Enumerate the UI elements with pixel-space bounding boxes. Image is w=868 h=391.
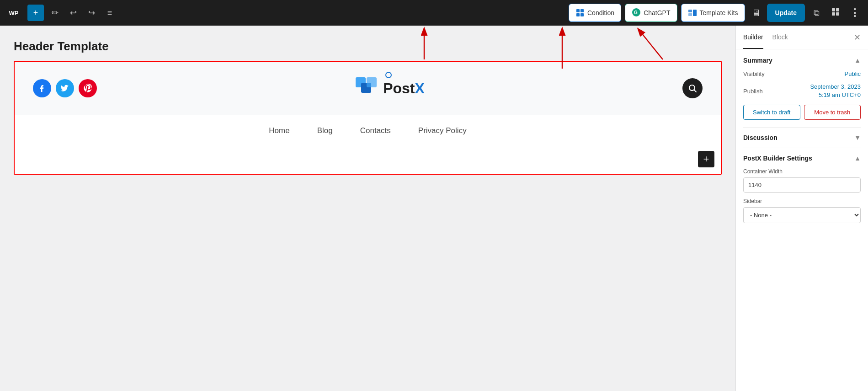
add-block-button[interactable]: + xyxy=(698,151,714,167)
discussion-section-header: Discussion ▼ xyxy=(743,134,861,141)
tab-block[interactable]: Block xyxy=(772,26,788,49)
svg-rect-12 xyxy=(688,13,692,16)
plus-icon: + xyxy=(33,8,38,18)
svg-rect-16 xyxy=(832,12,835,16)
redo-button[interactable]: ↪ xyxy=(84,5,99,20)
pencil-button[interactable]: ✏ xyxy=(48,5,62,20)
svg-rect-11 xyxy=(688,10,692,12)
topbar: WP + ✏ ↩ ↪ ≡ Condition xyxy=(0,0,868,26)
sidebar-field: Sidebar - None - Left Sidebar Right Side… xyxy=(743,198,861,223)
publish-value-container: September 3, 2023 5:19 am UTC+0 xyxy=(810,83,861,99)
builder-settings-chevron-icon[interactable]: ▲ xyxy=(854,155,861,162)
discussion-chevron-icon[interactable]: ▼ xyxy=(854,134,861,141)
main-layout: Header Template xyxy=(0,26,868,391)
visibility-value[interactable]: Public xyxy=(845,70,861,77)
publish-time[interactable]: 5:19 am UTC+0 xyxy=(810,91,861,99)
visibility-label: Visibility xyxy=(743,70,765,77)
canvas-header-section: PostX xyxy=(15,62,721,115)
canvas-nav: Home Blog Contacts Privacy Policy xyxy=(15,115,721,146)
search-icon xyxy=(688,84,697,93)
svg-rect-8 xyxy=(580,13,584,16)
page-title: Header Template xyxy=(14,39,722,54)
panel-header: Builder Block ✕ xyxy=(736,26,868,49)
postx-logo-icon xyxy=(355,76,378,100)
summary-section-header: Summary ▲ xyxy=(743,57,861,64)
container-width-input[interactable] xyxy=(743,177,861,193)
update-button[interactable]: Update xyxy=(767,4,805,22)
site-view-button[interactable] xyxy=(828,5,843,21)
more-icon: ⋮ xyxy=(850,7,860,19)
publish-label: Publish xyxy=(743,88,763,95)
switch-to-draft-button[interactable]: Switch to draft xyxy=(743,105,800,120)
chatgpt-label: ChatGPT xyxy=(644,9,670,16)
discussion-title: Discussion xyxy=(743,134,777,141)
builder-settings-header: PostX Builder Settings ▲ xyxy=(743,155,861,162)
template-kits-button[interactable]: Template Kits xyxy=(681,4,745,22)
right-panel: Builder Block ✕ Summary ▲ Visibility Pub… xyxy=(735,26,868,391)
svg-rect-6 xyxy=(580,9,584,12)
update-label: Update xyxy=(775,9,797,16)
container-width-label: Container Width xyxy=(743,168,861,175)
twitter-icon[interactable] xyxy=(56,79,74,97)
monitor-button[interactable]: 🖥 xyxy=(749,5,763,20)
list-button[interactable]: ≡ xyxy=(102,5,117,20)
summary-title: Summary xyxy=(743,57,772,64)
nav-privacy-policy[interactable]: Privacy Policy xyxy=(418,126,467,135)
sidebar-select[interactable]: - None - Left Sidebar Right Sidebar xyxy=(743,207,861,223)
pencil-icon: ✏ xyxy=(52,8,59,18)
undo-button[interactable]: ↩ xyxy=(66,5,80,20)
facebook-icon[interactable] xyxy=(33,79,51,97)
panel-close-button[interactable]: ✕ xyxy=(854,32,861,43)
condition-button[interactable]: Condition xyxy=(569,4,621,22)
svg-rect-14 xyxy=(832,8,835,11)
chatgpt-button[interactable]: G ChatGPT xyxy=(625,4,677,22)
monitor-icon: 🖥 xyxy=(751,8,761,18)
svg-line-22 xyxy=(694,90,697,92)
svg-rect-5 xyxy=(576,9,580,12)
divider xyxy=(743,127,861,128)
pinterest-icon[interactable] xyxy=(79,79,97,97)
wp-logo: WP xyxy=(5,5,22,21)
action-buttons: Switch to draft Move to trash xyxy=(743,105,861,120)
postx-logo-text: PostX xyxy=(383,80,425,97)
redo-icon: ↪ xyxy=(88,8,95,18)
nav-home[interactable]: Home xyxy=(269,126,289,135)
canvas-frame: PostX Home Blog Contacts Privacy Policy xyxy=(14,61,722,175)
svg-rect-20 xyxy=(367,77,377,87)
condition-label: Condition xyxy=(587,9,614,16)
postx-logo: PostX xyxy=(355,76,425,100)
tab-builder[interactable]: Builder xyxy=(743,26,763,49)
canvas-area: Header Template xyxy=(0,26,735,391)
undo-icon: ↩ xyxy=(70,8,77,18)
more-options-button[interactable]: ⋮ xyxy=(847,5,863,21)
divider2 xyxy=(743,148,861,148)
visibility-row: Visibility Public xyxy=(743,70,861,77)
panel-tabs: Builder Block xyxy=(743,26,788,49)
svg-rect-15 xyxy=(836,8,839,11)
move-to-trash-button[interactable]: Move to trash xyxy=(804,105,861,120)
svg-rect-17 xyxy=(836,12,839,16)
template-kits-icon xyxy=(688,8,697,17)
site-icon xyxy=(831,7,840,19)
nav-blog[interactable]: Blog xyxy=(317,126,333,135)
publish-date[interactable]: September 3, 2023 xyxy=(810,83,861,91)
panel-content: Summary ▲ Visibility Public Publish Sept… xyxy=(736,49,868,391)
list-icon: ≡ xyxy=(107,8,112,18)
logo-circle-decoration xyxy=(385,72,392,78)
publish-row: Publish September 3, 2023 5:19 am UTC+0 xyxy=(743,83,861,99)
summary-chevron-icon[interactable]: ▲ xyxy=(854,57,861,64)
canvas-bottom-area: + xyxy=(15,146,721,174)
sidebar-label: Sidebar xyxy=(743,198,861,204)
nav-contacts[interactable]: Contacts xyxy=(360,126,391,135)
svg-rect-13 xyxy=(693,10,697,16)
condition-icon xyxy=(575,8,585,17)
chatgpt-icon: G xyxy=(632,8,641,18)
layout-icon: ⧉ xyxy=(814,8,820,18)
add-button[interactable]: + xyxy=(27,5,44,21)
layout-toggle-button[interactable]: ⧉ xyxy=(809,5,824,21)
builder-settings-title: PostX Builder Settings xyxy=(743,155,812,162)
topbar-tools: Condition G ChatGPT Template Kits xyxy=(569,4,863,22)
template-kits-label: Template Kits xyxy=(700,9,738,16)
social-icons xyxy=(33,79,97,97)
search-button[interactable] xyxy=(682,78,703,98)
